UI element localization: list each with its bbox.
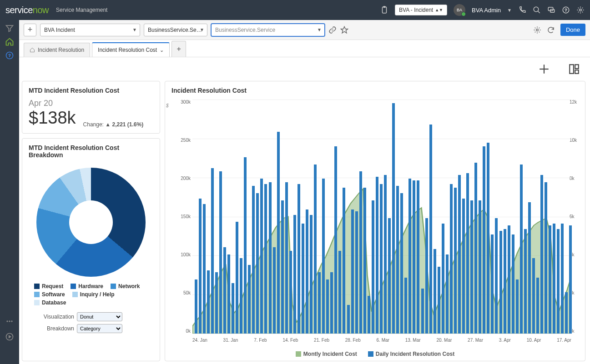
legend-item[interactable]: Database: [34, 299, 66, 306]
legend-item[interactable]: Hardware: [71, 283, 103, 289]
filter-bar: + BVA Incident▼ BusinessService.Se…▼ Bus…: [19, 20, 590, 40]
legend-item[interactable]: Network: [111, 283, 140, 289]
logo-text-b: now: [33, 5, 49, 15]
svg-text:?: ?: [8, 53, 10, 58]
app-name: Service Management: [56, 7, 107, 13]
tab-incident-resolution[interactable]: Incident Resolution: [24, 43, 90, 57]
dashboard-content: MTD Incident Resolution Cost Apr 20 $138…: [22, 81, 585, 361]
cost-chart-card: Incident Resolution Cost $ 300k250k200k1…: [165, 81, 585, 361]
more-icon[interactable]: [5, 317, 14, 326]
kpi-value: $138k: [29, 108, 76, 128]
left-rail: ?: [0, 20, 19, 364]
svg-line-3: [538, 11, 540, 13]
add-widget-icon[interactable]: [538, 63, 550, 75]
kpi-card: MTD Incident Resolution Cost Apr 20 $138…: [22, 81, 160, 134]
kpi-title: MTD Incident Resolution Cost: [29, 87, 153, 94]
picker-value[interactable]: BusinessService.Service▼: [211, 24, 325, 36]
phone-icon[interactable]: [518, 6, 526, 14]
breakdown-card: MTD Incident Resolution Cost Breakdown R…: [22, 138, 160, 361]
y-axis-left: 300k250k200k150k100k50k0k: [171, 100, 191, 334]
svg-point-11: [7, 321, 8, 322]
help-icon[interactable]: ?: [562, 6, 570, 14]
user-name[interactable]: BVA Admin: [472, 7, 501, 14]
picker-field[interactable]: BusinessService.Se…▼: [144, 24, 207, 36]
chart-legend: Montly Incident Cost Daily Incident Reso…: [165, 351, 585, 357]
x-axis: 24. Jan31. Jan7. Feb14. Feb21. Feb28. Fe…: [192, 338, 571, 343]
refresh-icon[interactable]: [547, 26, 555, 34]
vis-label: Visualization: [29, 314, 74, 320]
caret-icon: ▼: [132, 27, 137, 32]
chart-plot-area[interactable]: [192, 100, 571, 334]
svg-rect-19: [575, 65, 579, 69]
svg-rect-20: [575, 70, 579, 74]
y-axis-label: $: [166, 103, 169, 108]
filter-icon[interactable]: [5, 24, 14, 33]
chevron-down-icon[interactable]: ▼: [507, 8, 512, 13]
play-icon[interactable]: [5, 332, 14, 341]
gear-icon[interactable]: [576, 6, 585, 14]
add-filter-button[interactable]: +: [24, 24, 36, 36]
tab-add-button[interactable]: +: [171, 41, 186, 57]
svg-rect-0: [383, 7, 387, 13]
donut-chart[interactable]: [36, 168, 146, 277]
workspace-picker[interactable]: BVA - Incident ▲▼: [395, 5, 447, 15]
brk-label: Breakdown: [29, 325, 74, 332]
home-small-icon: [30, 47, 35, 53]
svg-point-15: [536, 29, 539, 31]
tab-incident-resolution-cost[interactable]: Incident Resolution Cost ⌄: [92, 42, 170, 57]
search-icon[interactable]: [533, 6, 541, 14]
sort-icon: ▲▼: [435, 9, 443, 12]
workspace-label: BVA - Incident: [399, 7, 433, 13]
chart-title: Incident Resolution Cost: [171, 87, 579, 94]
link-icon[interactable]: [328, 26, 337, 34]
settings-icon[interactable]: [533, 26, 541, 34]
chevron-down-icon: ⌄: [160, 47, 164, 53]
svg-point-12: [9, 321, 10, 322]
svg-text:?: ?: [565, 8, 567, 12]
svg-rect-1: [383, 6, 386, 8]
chat-icon[interactable]: [547, 6, 555, 14]
svg-rect-18: [570, 65, 574, 74]
layout-icon[interactable]: [568, 63, 580, 75]
done-button[interactable]: Done: [560, 24, 585, 36]
legend-item[interactable]: Request: [34, 283, 63, 289]
caret-icon: ▼: [200, 27, 204, 32]
brk-select[interactable]: Category: [77, 324, 122, 333]
legend-item[interactable]: Software: [34, 291, 65, 298]
avatar[interactable]: BA: [454, 4, 465, 16]
legend-item[interactable]: Inquiry / Help: [72, 291, 115, 298]
caret-icon: ▼: [317, 27, 322, 32]
svg-point-2: [534, 7, 539, 12]
picker-scope[interactable]: BVA Incident▼: [40, 24, 140, 36]
star-icon[interactable]: [340, 26, 348, 34]
top-nav: servicenow Service Management BVA - Inci…: [0, 0, 590, 20]
logo-text-a: service: [5, 5, 33, 15]
dashboard-actions: [19, 57, 590, 81]
logo[interactable]: servicenow: [5, 5, 49, 15]
home-icon[interactable]: [5, 37, 14, 46]
kpi-change: Change: ▲ 2,221 (1.6%): [83, 121, 144, 128]
breakdown-title: MTD Incident Resolution Cost Breakdown: [29, 144, 153, 159]
help-rail-icon[interactable]: ?: [5, 51, 14, 60]
donut-legend: RequestHardwareNetworkSoftwareInquiry / …: [29, 281, 153, 308]
vis-select[interactable]: Donut: [77, 312, 122, 321]
tab-bar: Incident Resolution Incident Resolution …: [19, 40, 590, 57]
bar-series: [192, 100, 571, 334]
clipboard-icon[interactable]: [380, 6, 388, 14]
svg-point-13: [11, 321, 13, 322]
kpi-period: Apr 20: [29, 99, 153, 108]
svg-point-8: [580, 9, 582, 11]
